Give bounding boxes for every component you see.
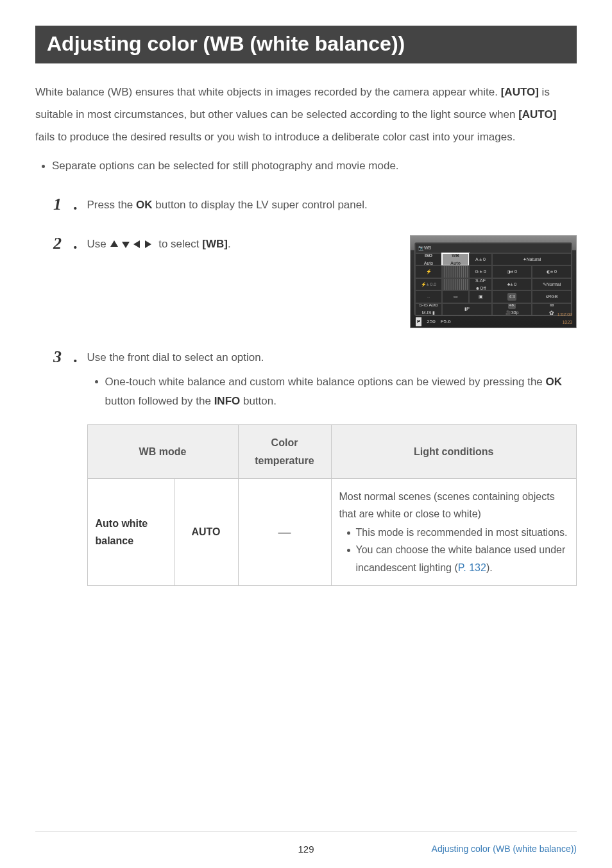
lv-natural-text: Natural bbox=[527, 256, 541, 263]
cond-b2-post: ). bbox=[486, 562, 493, 573]
step-1-dot: . bbox=[74, 196, 78, 213]
page-number: 129 bbox=[298, 844, 314, 855]
step-1-text-pre: Press the bbox=[87, 199, 137, 211]
svg-marker-2 bbox=[133, 240, 140, 248]
lv-histogram bbox=[442, 265, 469, 278]
lv-mode-p: P bbox=[416, 317, 421, 326]
step-3-body: Use the front dial to select an option. … bbox=[87, 349, 577, 586]
lv-lf: ▮F bbox=[442, 303, 492, 315]
lv-saf-off: S-AF☻Off bbox=[469, 278, 492, 290]
th-light-conditions: Light conditions bbox=[331, 425, 577, 478]
lv-lf-text: F bbox=[467, 305, 470, 313]
step-2-dot: . bbox=[74, 235, 78, 252]
lv-aspect-ratio: 4:3 bbox=[507, 293, 516, 301]
lv-s0a-val: ± 0 bbox=[511, 268, 517, 276]
lv-gear-icon: ✿ bbox=[549, 308, 554, 315]
page-ref-link[interactable]: P. 132 bbox=[458, 562, 486, 573]
step-1: 1. Press the OK button to display the LV… bbox=[35, 196, 577, 215]
lv-normal-text: Normal bbox=[547, 281, 561, 288]
lv-30p-text: 30p bbox=[511, 310, 519, 315]
lv-blank-b: -- bbox=[415, 290, 442, 303]
lv-s0b: ◐± 0 bbox=[532, 265, 572, 278]
lv-grid: 📷WB ISOAuto WBAuto A ± 0 ✦Natural ⚡ G ± … bbox=[414, 242, 572, 316]
lv-30p: 🎥30p bbox=[506, 309, 519, 315]
lv-crop-icon: ▨ bbox=[550, 303, 554, 308]
lv-header: 📷WB bbox=[415, 243, 572, 253]
step-1-body: Press the OK button to display the LV su… bbox=[87, 196, 577, 215]
step-1-text-post: button to display the LV super control p… bbox=[153, 199, 368, 211]
step-3-sub-bullet: One-touch white balance and custom white… bbox=[95, 372, 577, 411]
cell-mode-value: AUTO bbox=[174, 478, 238, 585]
lv-g0: G ± 0 bbox=[469, 265, 492, 278]
lv-super-control-panel: 📷WB ISOAuto WBAuto A ± 0 ✦Natural ⚡ G ± … bbox=[410, 235, 577, 328]
lv-iso-value: Auto bbox=[424, 260, 433, 266]
lv-4k-30p: 4K🎥30p bbox=[492, 303, 532, 315]
lv-sis: S-IS Auto bbox=[419, 303, 438, 310]
lv-sis-mis: S-IS AutoM-IS ▮ bbox=[415, 303, 442, 315]
step-3-sub-post: button. bbox=[240, 395, 276, 407]
lv-natural: ✦Natural bbox=[492, 253, 572, 265]
step-2-body: Use to select [WB]. 📷WB ISOAuto WBAuto A… bbox=[87, 235, 577, 328]
svg-marker-1 bbox=[122, 242, 130, 248]
th-color: Color bbox=[246, 434, 323, 451]
lv-fnum: F5.6 bbox=[441, 317, 451, 326]
lv-mis-text: M-IS bbox=[422, 310, 432, 315]
lv-flash-comp: ⚡± 0.0 bbox=[415, 278, 442, 290]
step-3-text: Use the front dial to select an option. bbox=[87, 351, 264, 363]
lv-wb-value: Auto bbox=[450, 260, 461, 266]
lv-iso: ISOAuto bbox=[415, 253, 442, 265]
footer-breadcrumb[interactable]: Adjusting color (WB (white balance)) bbox=[432, 844, 577, 854]
lv-shots: 1023 bbox=[557, 319, 572, 326]
svg-marker-3 bbox=[145, 240, 151, 248]
step-2-number: 2 bbox=[53, 235, 70, 252]
lv-normal: ✎Normal bbox=[532, 278, 572, 290]
lv-blank-a bbox=[442, 278, 469, 290]
step-3-sublist: One-touch white balance and custom white… bbox=[87, 372, 577, 411]
step-3-sub-info: INFO bbox=[214, 395, 241, 407]
lv-bottom-right: 1:02:03 1023 bbox=[557, 311, 572, 326]
lv-s0a: ◑± 0 bbox=[492, 265, 532, 278]
cond-bullet-1: This mode is recommended in most situati… bbox=[347, 524, 569, 541]
lv-flash-row: ⚡ bbox=[415, 265, 442, 278]
step-2: 2. Use to select [WB]. 📷WB ISOAuto WBAut… bbox=[35, 235, 577, 328]
step-3: 3. Use the front dial to select an optio… bbox=[35, 349, 577, 586]
step-3-sub-mid: button followed by the bbox=[105, 395, 214, 407]
lv-saf: S-AF bbox=[475, 278, 486, 285]
step-3-number: 3 bbox=[53, 349, 70, 365]
lv-header-wb: WB bbox=[424, 244, 431, 252]
step-2-pre: Use bbox=[87, 238, 110, 250]
cell-mode-name: Auto white balance bbox=[87, 478, 174, 585]
lv-srgb: sRGB bbox=[532, 290, 572, 303]
step-1-number: 1 bbox=[53, 196, 70, 213]
step-2-mid: to select bbox=[155, 238, 202, 250]
lv-k0: ♣± 0 bbox=[492, 278, 532, 290]
svg-marker-0 bbox=[110, 240, 118, 247]
lv-4k: 4K bbox=[508, 303, 516, 310]
lv-mis: M-IS ▮ bbox=[422, 309, 436, 315]
step-1-ok: OK bbox=[136, 199, 153, 211]
lv-k0-val: ± 0 bbox=[510, 281, 516, 288]
lv-off: ☻Off bbox=[475, 285, 486, 291]
page-title: Adjusting color (WB (white balance)) bbox=[47, 32, 565, 56]
intro-text-3: fails to produce the desired results or … bbox=[35, 131, 515, 143]
intro-text-1: White balance (WB) ensures that white ob… bbox=[35, 86, 501, 98]
lv-flash-val: ± 0.0 bbox=[427, 281, 437, 288]
th-wb-mode: WB mode bbox=[87, 425, 238, 478]
table-row: Auto white balance AUTO ― Most normal sc… bbox=[87, 478, 577, 585]
step-2-wb: [WB] bbox=[202, 238, 228, 250]
intro-paragraph: White balance (WB) ensures that white ob… bbox=[35, 81, 577, 149]
lv-meter: ▣ bbox=[469, 290, 492, 303]
lv-time: 1:02:03 bbox=[557, 311, 572, 319]
lv-iso-label: ISO bbox=[425, 253, 432, 260]
cond-main-text: Most normal scenes (scenes containing ob… bbox=[339, 491, 555, 519]
lv-ar: 4:3 bbox=[492, 290, 532, 303]
page-title-block: Adjusting color (WB (white balance)) bbox=[35, 26, 577, 63]
th-color-temp: Colortemperature bbox=[238, 425, 331, 478]
step-2-post: . bbox=[228, 238, 231, 250]
wb-table: WB mode Colortemperature Light condition… bbox=[87, 424, 577, 585]
step-3-sub-ok: OK bbox=[546, 376, 563, 388]
step-3-dot: . bbox=[74, 349, 78, 365]
lv-shutter: 250 bbox=[427, 317, 435, 326]
intro-auto-2: [AUTO] bbox=[518, 108, 556, 121]
cell-color-temp: ― bbox=[238, 478, 331, 585]
